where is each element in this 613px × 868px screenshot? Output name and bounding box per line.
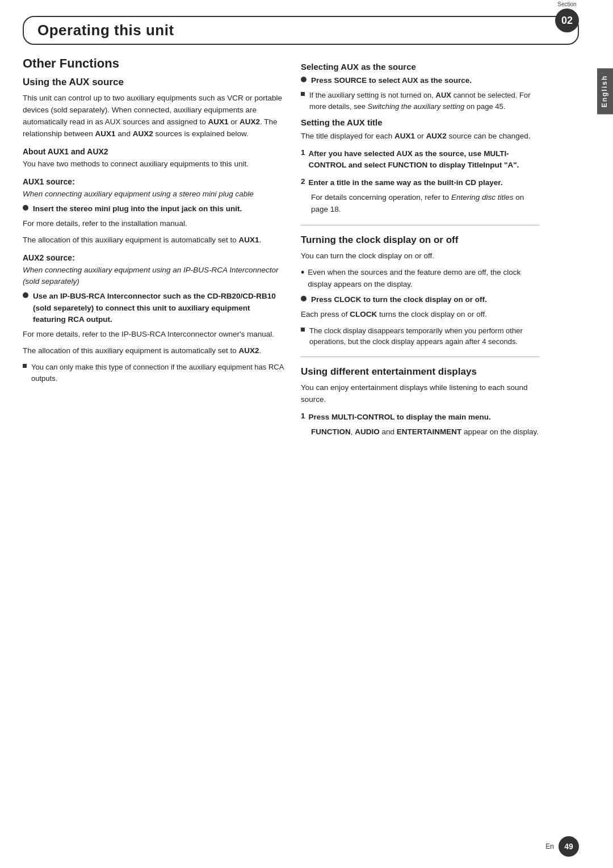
aux1-title: AUX1 source: (23, 177, 284, 186)
selecting-title: Selecting AUX as the source (301, 62, 539, 72)
aux1-para1: For more details, refer to the installat… (23, 218, 284, 230)
circle-dot-icon (23, 205, 28, 211)
ent-step1-item: 1 Press MULTI-CONTROL to display the mai… (301, 412, 539, 423)
selecting-bullet: Press SOURCE to select AUX as the source… (301, 75, 539, 86)
page-title: Operating this unit (37, 22, 174, 39)
aux-intro: This unit can control up to two auxiliar… (23, 93, 284, 140)
section-badge: Section 02 (555, 1, 579, 32)
circle-dot-icon-3 (301, 77, 306, 82)
ent-step1-number: 1 (301, 412, 305, 420)
aux2-para2: The allocation of this auxiliary equipme… (23, 345, 284, 357)
step1-number: 1 (301, 148, 305, 157)
step2-item: 2 Enter a title in the same way as the b… (301, 177, 539, 188)
about-aux-text: You have two methods to connect auxiliar… (23, 158, 284, 170)
aux2-square-text: You can only make this type of connectio… (31, 362, 284, 384)
setting-title: Setting the AUX title (301, 118, 539, 127)
clock-square-text: The clock display disappears temporarily… (309, 325, 539, 347)
aux1-bullet-text: Insert the stereo mini plug into the inp… (33, 203, 242, 215)
circle-dot-icon-2 (23, 292, 28, 298)
selecting-bullet-text: Press SOURCE to select AUX as the source… (311, 75, 472, 86)
setting-text: The title displayed for each AUX1 or AUX… (301, 131, 539, 142)
aux2-italic: When connecting auxiliary equipment usin… (23, 265, 284, 288)
selecting-square-text: If the auxiliary setting is not turned o… (309, 90, 539, 112)
step1-item: 1 After you have selected AUX as the sou… (301, 148, 539, 171)
right-column: Selecting AUX as the source Press SOURCE… (301, 56, 562, 443)
entertainment-intro: You can enjoy entertainment displays whi… (301, 382, 539, 406)
step2-text: Enter a title in the same way as the bui… (309, 177, 503, 188)
clock-dot-text: Even when the sources and the feature de… (308, 267, 539, 291)
divider-2 (301, 357, 539, 357)
left-column: Other Functions Using the AUX source Thi… (23, 56, 284, 443)
aux1-italic: When connecting auxiliary equipment usin… (23, 188, 284, 200)
ent-step1-detail: FUNCTION, AUDIO and ENTERTAINMENT appear… (311, 426, 539, 438)
language-sidebar: English (597, 68, 613, 114)
main-section-title: Other Functions (23, 56, 284, 71)
aux2-title: AUX2 source: (23, 253, 284, 262)
footer-page-number: 49 (559, 836, 579, 857)
aux2-bullet-text: Use an IP-BUS-RCA Interconnector such as… (33, 291, 284, 325)
step1-text: After you have selected AUX as the sourc… (309, 148, 539, 171)
clock-circle-text: Press CLOCK to turn the clock display on… (311, 294, 487, 305)
selecting-square-bullet: If the auxiliary setting is not turned o… (301, 90, 539, 112)
aux-section-title: Using the AUX source (23, 77, 284, 88)
about-aux-title: About AUX1 and AUX2 (23, 147, 284, 156)
header-bar: Operating this unit Section 02 (23, 16, 579, 45)
square-dot-icon (23, 364, 27, 368)
aux2-para1: For more details, refer to the IP-BUS-RC… (23, 329, 284, 341)
main-content: Other Functions Using the AUX source Thi… (23, 56, 590, 443)
square-dot-icon-3 (301, 328, 305, 332)
aux2-bullet: Use an IP-BUS-RCA Interconnector such as… (23, 291, 284, 325)
aux1-para2: The allocation of this auxiliary equipme… (23, 234, 284, 246)
square-dot-icon-2 (301, 92, 305, 96)
footer: En 49 (545, 836, 579, 857)
aux2-square-bullet: You can only make this type of connectio… (23, 362, 284, 384)
section-label: Section (557, 1, 576, 7)
clock-para1: Each press of CLOCK turns the clock disp… (301, 309, 539, 321)
clock-circle-bullet: Press CLOCK to turn the clock display on… (301, 294, 539, 305)
entertainment-title: Using different entertainment displays (301, 366, 539, 378)
circle-dot-icon-4 (301, 296, 306, 301)
dot-icon: • (301, 267, 304, 279)
step2-number: 2 (301, 177, 305, 186)
ent-step1-text: Press MULTI-CONTROL to display the main … (309, 412, 491, 423)
clock-title: Turning the clock display on or off (301, 234, 539, 246)
footer-lang: En (545, 842, 554, 850)
clock-intro: You can turn the clock display on or off… (301, 250, 539, 262)
clock-square-bullet: The clock display disappears temporarily… (301, 325, 539, 347)
section-number: 02 (555, 9, 579, 32)
step2-para: For details concerning operation, refer … (311, 192, 539, 216)
divider (301, 225, 539, 225)
aux1-bullet: Insert the stereo mini plug into the inp… (23, 203, 284, 215)
clock-bullet-dot: • Even when the sources and the feature … (301, 267, 539, 291)
